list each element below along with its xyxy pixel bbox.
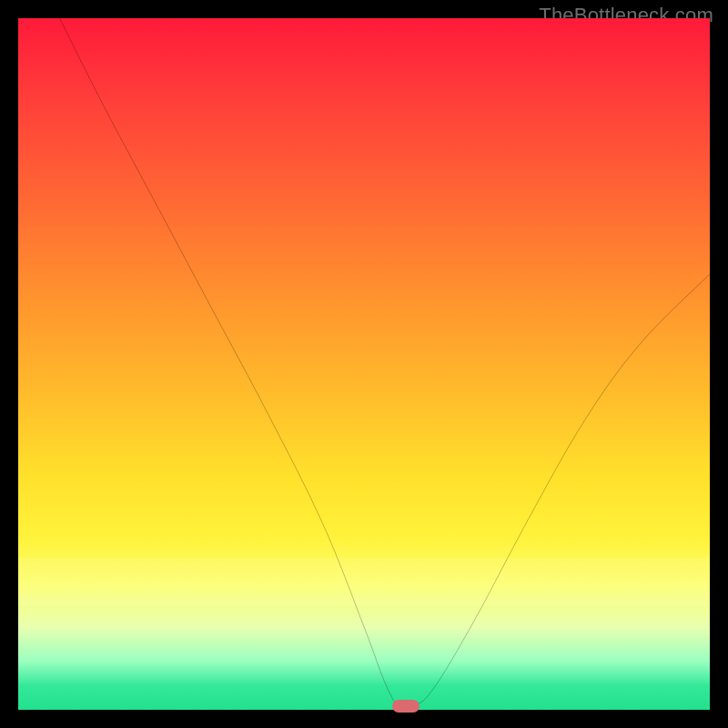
chart-frame: TheBottleneck.com <box>0 0 728 728</box>
curve-path <box>60 18 710 709</box>
plot-area <box>18 18 710 710</box>
optimum-marker <box>392 700 420 713</box>
bottleneck-curve <box>18 18 710 710</box>
